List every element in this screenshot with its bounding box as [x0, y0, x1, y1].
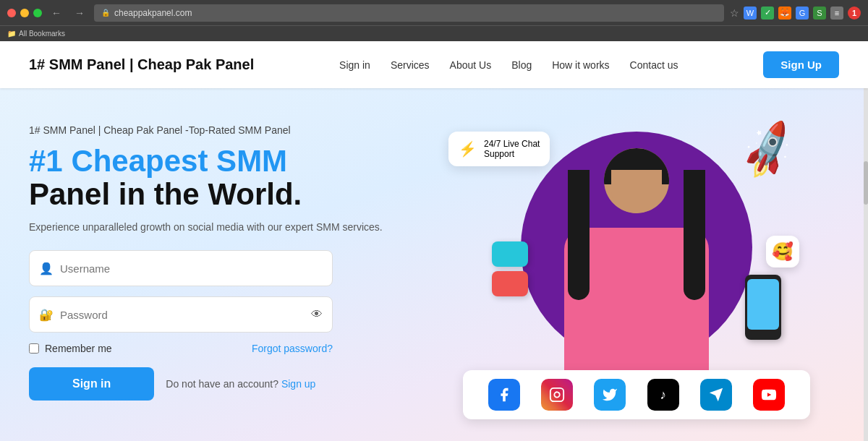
- maximize-window-button[interactable]: [33, 9, 42, 17]
- close-window-button[interactable]: [7, 9, 16, 17]
- emoji-reaction-card: 🥰: [766, 236, 799, 267]
- telegram-icon[interactable]: [700, 379, 732, 411]
- remember-me-text: Remember me: [45, 343, 112, 354]
- bookmarks-folder-label: All Bookmarks: [19, 30, 65, 38]
- chat-support-badge[interactable]: ⚡ 24/7 Live Chat Support: [448, 132, 550, 166]
- ext-icon-4[interactable]: G: [796, 7, 809, 20]
- lightning-icon: ⚡: [459, 140, 477, 158]
- signup-link[interactable]: Sign up: [281, 378, 315, 390]
- ext-icon-6[interactable]: ≡: [830, 7, 843, 20]
- bookmarks-folder[interactable]: 📁 All Bookmarks: [7, 30, 65, 38]
- signin-row: Sign in Do not have an account? Sign up: [29, 367, 333, 401]
- facebook-icon[interactable]: [488, 379, 520, 411]
- card-icon-1: [492, 241, 528, 267]
- hero-title-blue: #1 Cheapest SMM: [29, 145, 434, 178]
- chat-badge-line1: 24/7 Live Chat: [484, 139, 540, 149]
- browser-forward-button[interactable]: →: [71, 6, 88, 20]
- username-input[interactable]: [29, 250, 333, 286]
- signin-button[interactable]: Sign in: [29, 367, 154, 401]
- browser-back-button[interactable]: ←: [48, 6, 65, 20]
- lock-icon: 🔐: [39, 308, 54, 322]
- browser-window-controls: [7, 9, 42, 17]
- profile-icon[interactable]: 1: [848, 7, 861, 20]
- user-icon: 👤: [39, 262, 54, 275]
- forgot-password-link[interactable]: Forgot password?: [252, 343, 333, 354]
- minimize-window-button[interactable]: [20, 9, 29, 17]
- chat-badge-line2: Support: [484, 149, 540, 159]
- hero-left: 1# SMM Panel | Cheap Pak Panel -Top-Rate…: [29, 117, 434, 401]
- ext-icon-5[interactable]: S: [813, 7, 826, 20]
- card-icon-2: [492, 271, 528, 296]
- site-logo: 1# SMM Panel | Cheap Pak Panel: [29, 56, 254, 73]
- navbar: 1# SMM Panel | Cheap Pak Panel Sign in S…: [0, 41, 868, 88]
- phone-icon: [745, 275, 781, 340]
- hero-right: ⚡ 24/7 Live Chat Support 🚀: [434, 117, 839, 427]
- ext-icon-2[interactable]: ✓: [761, 7, 774, 20]
- ext-icon-1[interactable]: W: [744, 7, 757, 20]
- no-account-label: Do not have an account?: [166, 378, 278, 390]
- nav-signup-button[interactable]: Sign Up: [763, 51, 839, 78]
- svg-rect-0: [550, 388, 563, 401]
- social-icons-card: ♪: [463, 370, 810, 419]
- password-input[interactable]: [29, 296, 333, 333]
- ext-icon-3[interactable]: 🦊: [778, 7, 791, 20]
- twitter-icon[interactable]: [594, 379, 626, 411]
- bookmark-star-icon[interactable]: ☆: [730, 7, 739, 19]
- secure-icon: 🔒: [101, 9, 110, 17]
- page-scrollbar[interactable]: [864, 41, 868, 441]
- hero-subtitle: 1# SMM Panel | Cheap Pak Panel -Top-Rate…: [29, 124, 434, 136]
- bookmarks-bar: 📁 All Bookmarks: [0, 25, 868, 41]
- nav-how-it-works-link[interactable]: How it works: [552, 59, 609, 71]
- password-wrapper: 🔐 👁: [29, 296, 333, 333]
- form-options-row: Remember me Forgot password?: [29, 343, 333, 354]
- nav-blog-link[interactable]: Blog: [511, 59, 532, 71]
- person-illustration: [553, 148, 720, 372]
- website-content: 1# SMM Panel | Cheap Pak Panel Sign in S…: [0, 41, 868, 441]
- hero-title-black: Panel in the World.: [29, 178, 434, 211]
- tiktok-icon[interactable]: ♪: [647, 379, 679, 411]
- browser-extension-icons: ☆ W ✓ 🦊 G S ≡ 1: [730, 7, 861, 20]
- scrollbar-thumb[interactable]: [864, 161, 868, 205]
- nav-signin-link[interactable]: Sign in: [339, 59, 370, 71]
- nav-services-link[interactable]: Services: [391, 59, 430, 71]
- instagram-icon[interactable]: [541, 379, 573, 411]
- no-account-text: Do not have an account? Sign up: [166, 378, 315, 390]
- username-wrapper: 👤: [29, 250, 333, 286]
- address-bar-url: cheappakpanel.com: [114, 8, 192, 18]
- browser-chrome: ← → 🔒 cheappakpanel.com ☆ W ✓ 🦊 G S ≡ 1: [0, 0, 868, 25]
- chat-badge-text: 24/7 Live Chat Support: [484, 139, 540, 159]
- rocket-icon: 🚀: [734, 116, 803, 183]
- youtube-icon[interactable]: [753, 379, 785, 411]
- remember-me-label[interactable]: Remember me: [29, 343, 112, 354]
- login-form: 👤 🔐 👁 Remember me Forgot password?: [29, 250, 333, 401]
- nav-contact-link[interactable]: Contact us: [630, 59, 678, 71]
- nav-links: Sign in Services About Us Blog How it wo…: [339, 59, 678, 71]
- bookmarks-folder-icon: 📁: [7, 30, 16, 38]
- address-bar[interactable]: 🔒 cheappakpanel.com: [94, 4, 724, 22]
- hero-description: Experience unparalleled growth on social…: [29, 221, 434, 233]
- nav-about-link[interactable]: About Us: [450, 59, 492, 71]
- password-toggle-icon[interactable]: 👁: [311, 308, 323, 321]
- hero-section: 1# SMM Panel | Cheap Pak Panel -Top-Rate…: [0, 88, 868, 441]
- remember-me-checkbox[interactable]: [29, 343, 39, 354]
